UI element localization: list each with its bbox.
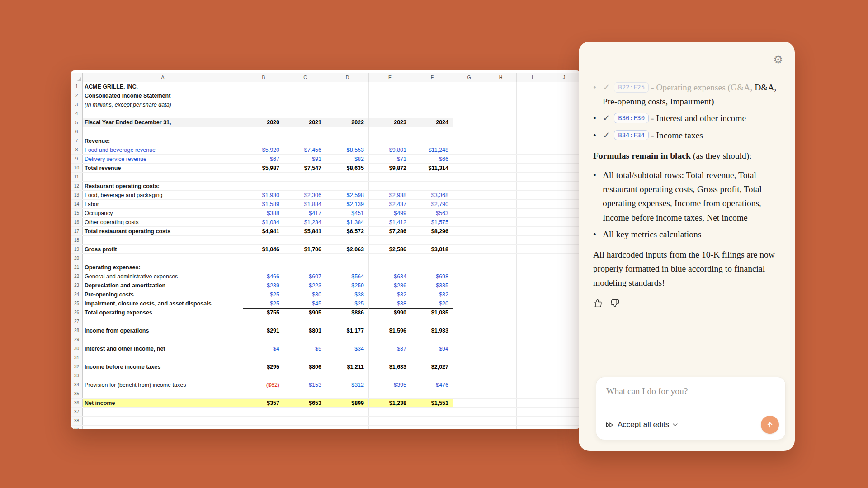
cell-G17[interactable] bbox=[453, 227, 485, 235]
cell-H27[interactable] bbox=[485, 317, 517, 326]
cell-E25[interactable]: $38 bbox=[369, 299, 411, 308]
cell-D33[interactable] bbox=[326, 371, 369, 380]
cell-A30[interactable]: Interest and other income, net bbox=[83, 344, 243, 353]
cell-C11[interactable] bbox=[284, 173, 326, 181]
cell-E39[interactable] bbox=[369, 426, 411, 429]
cell-D2[interactable] bbox=[326, 91, 369, 100]
cell-C26[interactable]: $905 bbox=[284, 308, 326, 317]
cell-H3[interactable] bbox=[485, 100, 517, 109]
cell-C18[interactable] bbox=[284, 236, 326, 244]
cell-E17[interactable]: $7,286 bbox=[369, 227, 411, 235]
cell-D32[interactable]: $1,211 bbox=[326, 362, 369, 371]
row-number-28[interactable]: 28 bbox=[71, 326, 83, 335]
cell-C30[interactable]: $5 bbox=[284, 344, 326, 353]
cell-A36[interactable]: Net income bbox=[83, 399, 243, 407]
row-number-8[interactable]: 8 bbox=[71, 145, 83, 154]
cell-J36[interactable] bbox=[548, 399, 580, 407]
cell-H32[interactable] bbox=[485, 362, 517, 371]
cell-G26[interactable] bbox=[453, 308, 485, 317]
cell-B19[interactable]: $1,046 bbox=[243, 245, 284, 253]
cell-D34[interactable]: $312 bbox=[326, 380, 369, 389]
cell-C8[interactable]: $7,456 bbox=[284, 145, 326, 154]
cell-A11[interactable] bbox=[83, 173, 243, 181]
cell-E22[interactable]: $634 bbox=[369, 272, 411, 281]
cell-B16[interactable]: $1,034 bbox=[243, 218, 284, 226]
cell-A8[interactable]: Food and beverage revenue bbox=[83, 145, 243, 154]
cell-E38[interactable] bbox=[369, 417, 411, 425]
cell-J30[interactable] bbox=[548, 344, 580, 353]
cell-F31[interactable] bbox=[411, 353, 453, 362]
cell-I13[interactable] bbox=[517, 191, 548, 199]
cell-G2[interactable] bbox=[453, 91, 485, 100]
cell-H11[interactable] bbox=[485, 173, 517, 181]
cell-A4[interactable] bbox=[83, 109, 243, 118]
cell-B39[interactable] bbox=[243, 426, 284, 429]
cell-H23[interactable] bbox=[485, 281, 517, 290]
cell-H14[interactable] bbox=[485, 200, 517, 208]
cell-A15[interactable]: Occupancy bbox=[83, 209, 243, 217]
cell-A22[interactable]: General and administrative expenses bbox=[83, 272, 243, 281]
cell-J9[interactable] bbox=[548, 155, 580, 163]
row-number-5[interactable]: 5 bbox=[71, 118, 83, 127]
cell-B11[interactable] bbox=[243, 173, 284, 181]
cell-H2[interactable] bbox=[485, 91, 517, 100]
cell-C3[interactable] bbox=[284, 100, 326, 109]
cell-B18[interactable] bbox=[243, 236, 284, 244]
cell-A6[interactable] bbox=[83, 127, 243, 136]
cell-I38[interactable] bbox=[517, 417, 548, 425]
cell-C17[interactable]: $5,841 bbox=[284, 227, 326, 235]
cell-H37[interactable] bbox=[485, 408, 517, 416]
cell-F39[interactable] bbox=[411, 426, 453, 429]
cell-I5[interactable] bbox=[517, 118, 548, 127]
cell-D13[interactable]: $2,598 bbox=[326, 191, 369, 199]
cell-F20[interactable] bbox=[411, 254, 453, 263]
cell-I7[interactable] bbox=[517, 136, 548, 145]
row-number-19[interactable]: 19 bbox=[71, 245, 83, 253]
cell-B6[interactable] bbox=[243, 127, 284, 136]
cell-D29[interactable] bbox=[326, 335, 369, 344]
cell-B34[interactable]: ($62) bbox=[243, 380, 284, 389]
cell-J7[interactable] bbox=[548, 136, 580, 145]
cell-C10[interactable]: $7,547 bbox=[284, 164, 326, 172]
cell-H8[interactable] bbox=[485, 145, 517, 154]
cell-F37[interactable] bbox=[411, 408, 453, 416]
cell-D38[interactable] bbox=[326, 417, 369, 425]
cell-B28[interactable]: $291 bbox=[243, 326, 284, 335]
cell-H4[interactable] bbox=[485, 109, 517, 118]
cell-A1[interactable]: ACME GRILLE, INC. bbox=[83, 82, 243, 91]
cell-J1[interactable] bbox=[548, 82, 580, 91]
cell-D19[interactable]: $2,063 bbox=[326, 245, 369, 253]
cell-B10[interactable]: $5,987 bbox=[243, 164, 284, 172]
cell-G38[interactable] bbox=[453, 417, 485, 425]
cell-E20[interactable] bbox=[369, 254, 411, 263]
cell-A25[interactable]: Impairment, closure costs, and asset dis… bbox=[83, 299, 243, 308]
cell-B13[interactable]: $1,930 bbox=[243, 191, 284, 199]
cell-J11[interactable] bbox=[548, 173, 580, 181]
cell-D3[interactable] bbox=[326, 100, 369, 109]
cell-E14[interactable]: $2,437 bbox=[369, 200, 411, 208]
cell-H30[interactable] bbox=[485, 344, 517, 353]
column-header-D[interactable]: D bbox=[326, 73, 369, 82]
cell-H16[interactable] bbox=[485, 218, 517, 226]
cell-J25[interactable] bbox=[548, 299, 580, 308]
cell-A9[interactable]: Delivery service revenue bbox=[83, 155, 243, 163]
cell-D22[interactable]: $564 bbox=[326, 272, 369, 281]
cell-G14[interactable] bbox=[453, 200, 485, 208]
cell-B35[interactable] bbox=[243, 389, 284, 398]
cell-E2[interactable] bbox=[369, 91, 411, 100]
cell-H1[interactable] bbox=[485, 82, 517, 91]
cell-I15[interactable] bbox=[517, 209, 548, 217]
cell-F27[interactable] bbox=[411, 317, 453, 326]
cell-F11[interactable] bbox=[411, 173, 453, 181]
cell-D21[interactable] bbox=[326, 263, 369, 272]
cell-J24[interactable] bbox=[548, 290, 580, 299]
cell-A21[interactable]: Operating expenses: bbox=[83, 263, 243, 272]
cell-B22[interactable]: $466 bbox=[243, 272, 284, 281]
cell-A23[interactable]: Depreciation and amortization bbox=[83, 281, 243, 290]
cell-H21[interactable] bbox=[485, 263, 517, 272]
cell-B23[interactable]: $239 bbox=[243, 281, 284, 290]
cell-C14[interactable]: $1,884 bbox=[284, 200, 326, 208]
cell-I18[interactable] bbox=[517, 236, 548, 244]
cell-J8[interactable] bbox=[548, 145, 580, 154]
thumbs-up-icon[interactable] bbox=[593, 298, 602, 312]
